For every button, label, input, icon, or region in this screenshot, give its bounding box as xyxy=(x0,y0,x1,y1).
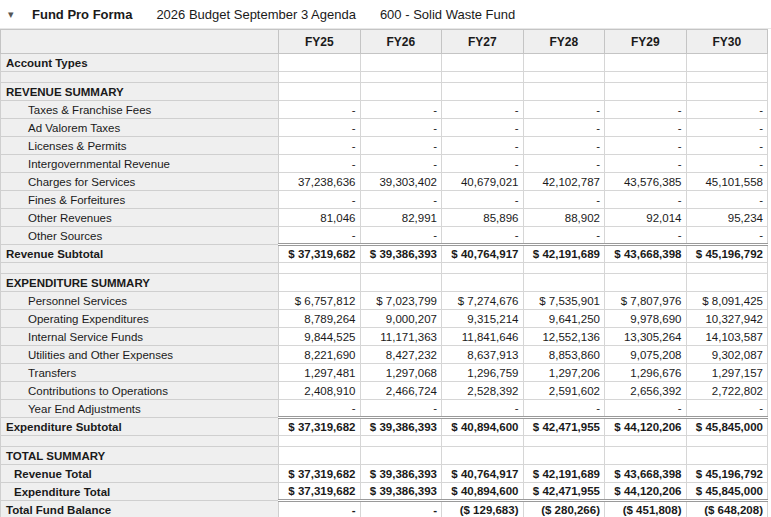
value-cell xyxy=(279,54,361,72)
value-cell: $ 39,386,393 xyxy=(360,465,442,483)
value-cell: - xyxy=(605,101,687,119)
value-cell: ($ 648,208) xyxy=(686,501,768,517)
value-cell: ($ 451,808) xyxy=(605,501,687,517)
value-cell: 8,853,860 xyxy=(523,346,605,364)
table-row-taxes-franchise-fees: Taxes & Franchise Fees------ xyxy=(1,101,768,119)
value-cell: $ 45,845,000 xyxy=(686,483,768,501)
value-cell: $ 39,386,393 xyxy=(360,245,442,263)
value-cell: $ 42,191,689 xyxy=(523,465,605,483)
value-cell: - xyxy=(279,191,361,209)
table-row-expenditure-total: Expenditure Total$ 37,319,682$ 39,386,39… xyxy=(1,483,768,501)
value-cell: - xyxy=(686,101,768,119)
value-cell: 9,844,525 xyxy=(279,328,361,346)
row-label: Utilities and Other Expenses xyxy=(1,346,279,364)
value-cell xyxy=(442,72,524,83)
value-cell xyxy=(442,274,524,292)
row-label: Revenue Subtotal xyxy=(1,245,279,263)
value-cell xyxy=(279,83,361,101)
table-row-blank xyxy=(1,436,768,447)
value-cell xyxy=(605,72,687,83)
row-label: Charges for Services xyxy=(1,173,279,191)
value-cell xyxy=(686,436,768,447)
value-cell: 2,722,802 xyxy=(686,382,768,400)
value-cell: - xyxy=(442,227,524,245)
value-cell: 40,679,021 xyxy=(442,173,524,191)
value-cell: - xyxy=(523,137,605,155)
value-cell: 1,297,206 xyxy=(523,364,605,382)
value-cell: - xyxy=(360,400,442,418)
table-row-blank xyxy=(1,72,768,83)
value-cell: - xyxy=(686,137,768,155)
value-cell: $ 39,386,393 xyxy=(360,418,442,436)
page-title: Fund Pro Forma xyxy=(32,7,132,22)
table-row-transfers: Transfers1,297,4811,297,0681,296,7591,29… xyxy=(1,364,768,382)
value-cell xyxy=(442,447,524,465)
value-cell: 81,046 xyxy=(279,209,361,227)
value-cell: $ 6,757,812 xyxy=(279,292,361,310)
value-cell: - xyxy=(360,155,442,173)
column-header-fy25: FY25 xyxy=(279,30,361,54)
row-label: Other Sources xyxy=(1,227,279,245)
table-row-internal-service-funds: Internal Service Funds9,844,52511,171,36… xyxy=(1,328,768,346)
table-row-total-summary: TOTAL SUMMARY xyxy=(1,447,768,465)
row-label: Expenditure Total xyxy=(1,483,279,501)
value-cell: $ 37,319,682 xyxy=(279,465,361,483)
value-cell: $ 7,535,901 xyxy=(523,292,605,310)
row-label xyxy=(1,436,279,447)
value-cell: 95,234 xyxy=(686,209,768,227)
value-cell: 2,528,392 xyxy=(442,382,524,400)
value-cell: - xyxy=(279,119,361,137)
collapse-caret-icon[interactable]: ▾ xyxy=(8,8,32,21)
value-cell xyxy=(605,274,687,292)
value-cell: 1,297,157 xyxy=(686,364,768,382)
value-cell: - xyxy=(279,155,361,173)
table-row-revenue-summary: REVENUE SUMMARY xyxy=(1,83,768,101)
row-label: Taxes & Franchise Fees xyxy=(1,101,279,119)
value-cell: 85,896 xyxy=(442,209,524,227)
row-label: Internal Service Funds xyxy=(1,328,279,346)
value-cell: - xyxy=(279,227,361,245)
fund-name: 600 - Solid Waste Fund xyxy=(380,7,515,22)
value-cell: 14,103,587 xyxy=(686,328,768,346)
value-cell xyxy=(360,83,442,101)
value-cell: $ 45,845,000 xyxy=(686,418,768,436)
value-cell: 9,641,250 xyxy=(523,310,605,328)
row-label: TOTAL SUMMARY xyxy=(1,447,279,465)
value-cell xyxy=(523,83,605,101)
value-cell xyxy=(442,263,524,274)
value-cell: - xyxy=(686,155,768,173)
table-row-charges-for-services: Charges for Services37,238,63639,303,402… xyxy=(1,173,768,191)
row-label: Transfers xyxy=(1,364,279,382)
value-cell: $ 45,196,792 xyxy=(686,465,768,483)
value-cell xyxy=(279,436,361,447)
row-label: Operating Expenditures xyxy=(1,310,279,328)
row-label xyxy=(1,72,279,83)
value-cell: $ 45,196,792 xyxy=(686,245,768,263)
value-cell: 11,841,646 xyxy=(442,328,524,346)
value-cell xyxy=(605,263,687,274)
table-row-licenses-permits: Licenses & Permits------ xyxy=(1,137,768,155)
value-cell: 1,297,068 xyxy=(360,364,442,382)
value-cell: - xyxy=(442,101,524,119)
value-cell xyxy=(686,447,768,465)
column-header-fy29: FY29 xyxy=(605,30,687,54)
value-cell: $ 40,894,600 xyxy=(442,483,524,501)
value-cell: ($ 129,683) xyxy=(442,501,524,517)
value-cell: $ 7,807,976 xyxy=(605,292,687,310)
value-cell xyxy=(686,72,768,83)
value-cell: $ 43,668,398 xyxy=(605,465,687,483)
value-cell: 8,637,913 xyxy=(442,346,524,364)
value-cell xyxy=(442,436,524,447)
row-label xyxy=(1,263,279,274)
value-cell: 39,303,402 xyxy=(360,173,442,191)
value-cell: $ 37,319,682 xyxy=(279,418,361,436)
table-row-ad-valorem-taxes: Ad Valorem Taxes------ xyxy=(1,119,768,137)
value-cell: - xyxy=(360,501,442,517)
row-label: Account Types xyxy=(1,54,279,72)
value-cell: $ 7,274,676 xyxy=(442,292,524,310)
value-cell xyxy=(360,436,442,447)
value-cell: - xyxy=(523,227,605,245)
value-cell: - xyxy=(523,155,605,173)
value-cell: $ 37,319,682 xyxy=(279,245,361,263)
value-cell: 37,238,636 xyxy=(279,173,361,191)
